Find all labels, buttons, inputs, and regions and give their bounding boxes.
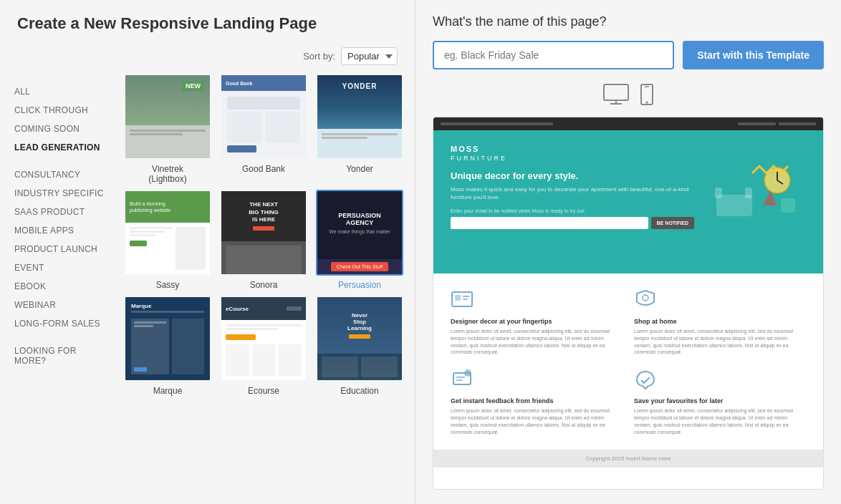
yonder-label: Yonder <box>346 164 373 174</box>
template-thumb-sassy[interactable]: Build a stunningpublishing website <box>124 190 211 276</box>
sidebar-item-webinar[interactable]: WEBINAR <box>0 296 118 314</box>
template-row-3: Marque <box>124 296 403 396</box>
svg-point-20 <box>464 369 471 377</box>
vinetrek-label: Vinetrek(Lightbox) <box>148 164 186 184</box>
sidebar-item-looking-for-more[interactable]: LOOKING FOR MORE? <box>0 341 118 370</box>
preview-hero: MOSSFURNITURE Unique decor for every sty… <box>433 130 823 273</box>
template-row-1: NEW Vinetrek(Lightbox) Good Bank <box>124 74 403 184</box>
template-ecourse[interactable]: eCourse <box>220 296 307 396</box>
sidebar-item-ebook[interactable]: EBOOK <box>0 277 118 296</box>
persuasion-label: Persuasion <box>338 280 381 290</box>
sonora-preview: THE NEXTBIG THINGIS HERE <box>221 191 306 274</box>
education-preview: NeverStopLearning <box>317 297 402 380</box>
template-thumb-goodbank[interactable]: Good Bank <box>220 74 307 160</box>
template-education[interactable]: NeverStopLearning Education <box>316 296 403 396</box>
goodbank-preview: Good Bank <box>221 75 306 158</box>
sidebar-item-all[interactable]: ALL <box>0 82 118 101</box>
template-thumb-ecourse[interactable]: eCourse <box>220 296 307 382</box>
template-marque[interactable]: Marque <box>124 296 211 396</box>
feature-2-title: Shop at home <box>634 318 806 325</box>
sidebar-item-mobile-apps[interactable]: MOBILE APPS <box>0 221 118 240</box>
feature-3-text: Lorem ipsum dolor sit amet, consectetur … <box>451 407 623 435</box>
page-header: Create a New Responsive Landing Page <box>0 0 415 42</box>
template-goodbank[interactable]: Good Bank Good <box>220 74 307 184</box>
sort-bar: Sort by: Popular Newest Name <box>0 42 415 74</box>
marque-label: Marque <box>153 386 183 396</box>
sort-label: Sort by: <box>303 51 335 62</box>
page-name-input[interactable] <box>433 41 674 69</box>
sidebar-item-industry-specific[interactable]: INDUSTRY SPECIFIC <box>0 184 118 203</box>
template-thumb-education[interactable]: NeverStopLearning <box>316 296 403 382</box>
sidebar-item-click-through[interactable]: CLICK THROUGH <box>0 101 118 120</box>
brand-name: MOSSFURNITURE <box>451 145 694 162</box>
template-thumb-persuasion[interactable]: PERSUASIONAGENCY We make things that mat… <box>316 190 403 276</box>
sonora-label: Sonora <box>250 280 278 290</box>
goodbank-label: Good Bank <box>242 164 285 174</box>
hero-description: Moss makes it quick and easy for you to … <box>451 185 694 201</box>
feature-1: Designer decor at your fingertips Lorem … <box>451 288 623 356</box>
svg-rect-7 <box>715 188 722 198</box>
sidebar-item-lead-generation[interactable]: LEAD GENERATION <box>0 138 118 157</box>
feature-3-title: Get instant feedback from friends <box>451 397 623 404</box>
template-thumb-marque[interactable]: Marque <box>124 296 211 382</box>
template-sassy[interactable]: Build a stunningpublishing website <box>124 190 211 290</box>
sidebar-divider-1 <box>0 157 118 165</box>
template-preview: MOSSFURNITURE Unique decor for every sty… <box>433 117 824 490</box>
preview-features: Designer decor at your fingertips Lorem … <box>433 273 823 450</box>
new-badge: NEW <box>182 81 204 91</box>
template-vinetrek[interactable]: NEW Vinetrek(Lightbox) <box>124 74 211 184</box>
page-title: Create a New Responsive Landing Page <box>17 14 398 33</box>
sidebar-item-consultancy[interactable]: CONSULTANCY <box>0 165 118 184</box>
right-panel: What's the name of this page? Start with… <box>415 0 841 504</box>
template-thumb-vinetrek[interactable]: NEW <box>124 74 211 160</box>
email-row: BE NOTIFIED <box>451 217 694 229</box>
sidebar-item-saas-product[interactable]: SAAS PRODUCT <box>0 203 118 221</box>
marque-preview: Marque <box>125 297 210 380</box>
footer-text: Copyright 2015 Insert Name Here <box>585 455 671 462</box>
desktop-icon[interactable] <box>603 84 629 108</box>
feature-2-text: Lorem ipsum dolor sit amet, consectetur … <box>634 328 806 356</box>
svg-rect-0 <box>604 84 628 100</box>
svg-point-18 <box>643 295 648 301</box>
svg-rect-8 <box>745 188 752 198</box>
svg-point-4 <box>646 102 648 104</box>
start-template-button[interactable]: Start with this Template <box>683 41 824 69</box>
sassy-preview: Build a stunningpublishing website <box>125 191 210 274</box>
svg-rect-15 <box>455 295 461 301</box>
category-sidebar: ALL CLICK THROUGH COMING SOON LEAD GENER… <box>0 74 118 504</box>
template-persuasion[interactable]: PERSUASIONAGENCY We make things that mat… <box>316 190 403 290</box>
template-thumb-sonora[interactable]: THE NEXTBIG THINGIS HERE <box>220 190 307 276</box>
feature-4-text: Lorem ipsum dolor sit amet, consectetur … <box>634 407 806 435</box>
feature-1-title: Designer decor at your fingertips <box>451 318 623 325</box>
sidebar-divider-2 <box>0 333 118 341</box>
sidebar-item-event[interactable]: EVENT <box>0 258 118 277</box>
feature-3: Get instant feedback from friends Lorem … <box>451 367 623 435</box>
sidebar-item-coming-soon[interactable]: COMING SOON <box>0 120 118 138</box>
sidebar-item-product-launch[interactable]: PRODUCT LAUNCH <box>0 240 118 258</box>
hero-tagline: Unique decor for every style. <box>451 170 694 181</box>
mobile-icon[interactable] <box>640 84 653 108</box>
feature-4-title: Save your favourites for later <box>634 397 806 404</box>
svg-rect-13 <box>781 198 795 213</box>
preview-inner: MOSSFURNITURE Unique decor for every sty… <box>433 117 823 489</box>
page-name-question: What's the name of this page? <box>433 14 824 29</box>
input-row: Start with this Template <box>433 41 824 69</box>
feature-4: Save your favourites for later Lorem ips… <box>634 367 806 435</box>
template-grid: NEW Vinetrek(Lightbox) Good Bank <box>118 74 415 504</box>
template-yonder[interactable]: YONDER Yonder <box>316 74 403 184</box>
hero-text-block: MOSSFURNITURE Unique decor for every sty… <box>451 145 694 229</box>
ecourse-label: Ecourse <box>248 386 279 396</box>
notify-button[interactable]: BE NOTIFIED <box>651 217 694 229</box>
ecourse-preview: eCourse <box>221 297 306 380</box>
persuasion-preview: PERSUASIONAGENCY We make things that mat… <box>317 191 402 274</box>
sidebar-item-long-form-sales[interactable]: LONG-FORM SALES <box>0 314 118 333</box>
preview-footer: Copyright 2015 Insert Name Here <box>433 450 823 467</box>
email-input[interactable] <box>451 217 648 229</box>
sort-select[interactable]: Popular Newest Name <box>341 47 398 65</box>
yonder-preview: YONDER <box>317 75 402 158</box>
template-sonora[interactable]: THE NEXTBIG THINGIS HERE Sonora <box>220 190 307 290</box>
main-content: ALL CLICK THROUGH COMING SOON LEAD GENER… <box>0 74 415 504</box>
left-panel: Create a New Responsive Landing Page Sor… <box>0 0 415 504</box>
template-thumb-yonder[interactable]: YONDER <box>316 74 403 160</box>
feature-1-text: Lorem ipsum dolor sit amet, consectetur … <box>451 328 623 356</box>
